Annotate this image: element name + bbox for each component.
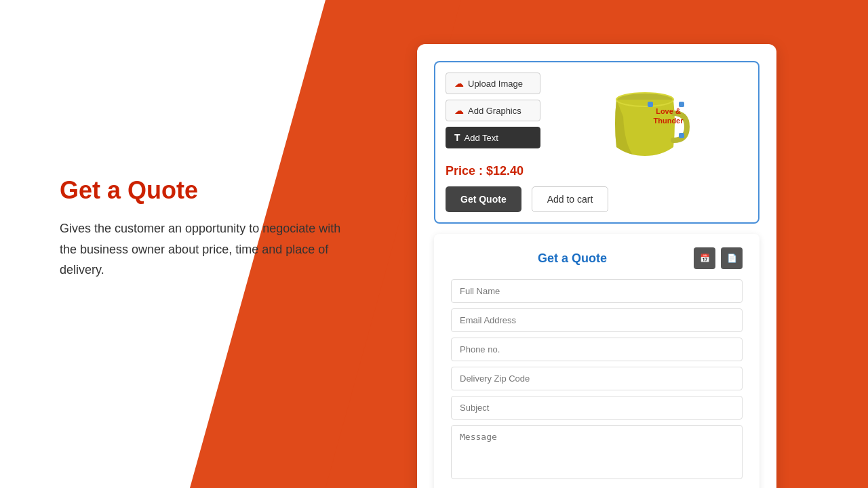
email-input[interactable] (451, 308, 743, 332)
add-text-label: Add Text (465, 133, 498, 143)
product-inner: ☁ Upload Image ☁ Add Graphics T Add Text… (446, 73, 748, 178)
main-card: ☁ Upload Image ☁ Add Graphics T Add Text… (417, 44, 776, 488)
main-description: Gives the customer an opportunity to neg… (60, 218, 344, 281)
mug-text-line1: Love & (654, 106, 684, 116)
handle-top-left (648, 102, 653, 107)
mug-text-overlay: Love & Thunder (654, 106, 684, 126)
mug-container: Love & Thunder (606, 76, 694, 164)
full-name-input[interactable] (451, 279, 743, 303)
handle-bottom-right (679, 133, 684, 138)
price-display: Price : $12.40 (446, 164, 540, 178)
cloud-upload-icon: ☁ (454, 78, 464, 89)
price-label-text: Price : (446, 164, 483, 178)
document-icon-btn[interactable]: 📄 (721, 247, 743, 269)
quote-form: Get a Quote 📅 📄 Submit (434, 234, 760, 488)
text-icon: T (454, 132, 460, 143)
customizer-buttons: ☁ Upload Image ☁ Add Graphics T Add Text… (446, 73, 540, 178)
price-value: $12.40 (486, 164, 524, 178)
graphics-upload-icon: ☁ (454, 105, 464, 116)
main-heading: Get a Quote (60, 176, 344, 205)
upload-image-label: Upload Image (468, 79, 523, 89)
quote-form-header: Get a Quote 📅 📄 (451, 247, 743, 269)
add-graphics-label: Add Graphics (468, 106, 521, 116)
calendar-icon-btn[interactable]: 📅 (694, 247, 715, 269)
add-to-cart-button[interactable]: Add to cart (532, 186, 609, 212)
form-icons: 📅 📄 (694, 247, 743, 269)
calendar-icon: 📅 (700, 253, 710, 263)
product-customizer: ☁ Upload Image ☁ Add Graphics T Add Text… (434, 61, 760, 224)
zip-input[interactable] (451, 367, 743, 390)
product-action-buttons: Get Quote Add to cart (446, 186, 748, 212)
upload-image-button[interactable]: ☁ Upload Image (446, 73, 540, 94)
quote-form-title: Get a Quote (451, 251, 694, 266)
get-quote-button[interactable]: Get Quote (446, 186, 521, 212)
document-icon: 📄 (727, 253, 737, 263)
mug-text-line2: Thunder (654, 116, 684, 125)
mug-preview-area: Love & Thunder (551, 73, 748, 167)
add-graphics-button[interactable]: ☁ Add Graphics (446, 100, 540, 121)
phone-input[interactable] (451, 338, 743, 361)
add-text-button[interactable]: T Add Text (446, 127, 540, 148)
handle-top-right (679, 102, 684, 107)
message-textarea[interactable] (451, 425, 743, 479)
subject-input[interactable] (451, 396, 743, 420)
left-content-area: Get a Quote Gives the customer an opport… (60, 176, 344, 281)
